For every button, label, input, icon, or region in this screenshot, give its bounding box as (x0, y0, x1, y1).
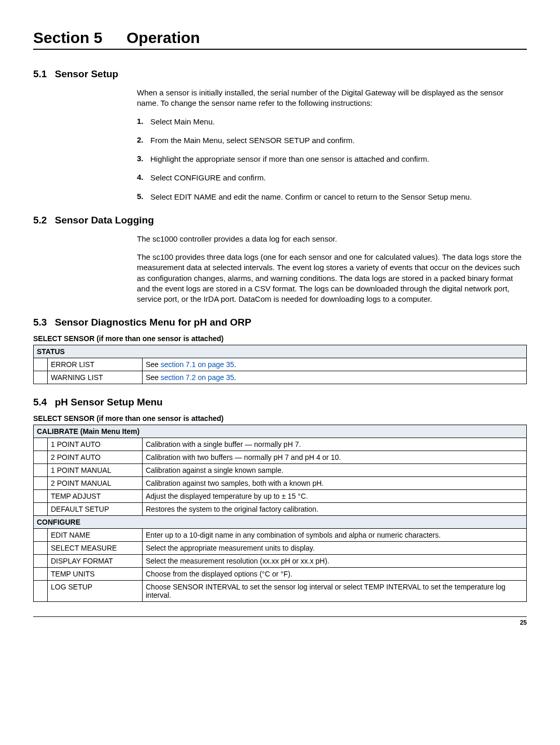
xref-link[interactable]: section 7.1 on page 35 (161, 360, 234, 369)
step-item: 3.Highlight the appropriate sensor if mo… (137, 154, 527, 164)
indent-cell (34, 371, 48, 384)
indent-cell (34, 568, 48, 581)
table-row: SELECT MEASURESelect the appropriate mea… (34, 542, 527, 555)
table-header-row: STATUS (34, 345, 527, 358)
row-name: 2 POINT MANUAL (48, 477, 143, 490)
step-text: Select CONFIGURE and confirm. (150, 173, 527, 183)
row-name: DEFAULT SETUP (48, 503, 143, 516)
para-5-2-2: The sc100 provides three data logs (one … (137, 252, 527, 304)
step-item: 4.Select CONFIGURE and confirm. (137, 173, 527, 183)
row-name: 1 POINT AUTO (48, 438, 143, 451)
row-desc: Select the appropriate measurement units… (143, 542, 527, 555)
table-header-row: CONFIGURE (34, 516, 527, 529)
table-row: LOG SETUPChoose SENSOR INTERVAL to set t… (34, 581, 527, 602)
indent-cell (34, 438, 48, 451)
row-desc: Calibration with two buffers — normally … (143, 451, 527, 464)
table-row: TEMP ADJUSTAdjust the displayed temperat… (34, 490, 527, 503)
table-row: TEMP UNITSChoose from the displayed opti… (34, 568, 527, 581)
indent-cell (34, 581, 48, 602)
status-table: STATUS ERROR LIST See section 7.1 on pag… (33, 345, 527, 384)
table-row: 2 POINT MANUALCalibration against two sa… (34, 477, 527, 490)
row-name: DISPLAY FORMAT (48, 555, 143, 568)
page-footer: 25 (33, 616, 527, 626)
row-desc: Calibration against two samples, both wi… (143, 477, 527, 490)
section-number: Section 5 (33, 29, 127, 47)
heading-text: Sensor Diagnostics Menu for pH and ORP (55, 317, 251, 328)
indent-cell (34, 358, 48, 371)
heading-text: Sensor Data Logging (55, 215, 154, 226)
section-title: Section 5Operation (33, 29, 527, 50)
step-number: 2. (137, 135, 150, 146)
row-desc: Choose from the displayed options (°C or… (143, 568, 527, 581)
row-name: LOG SETUP (48, 581, 143, 602)
indent-cell (34, 477, 48, 490)
table-row: 1 POINT MANUALCalibration against a sing… (34, 464, 527, 477)
row-desc: Select the measurement resolution (xx.xx… (143, 555, 527, 568)
heading-text: pH Sensor Setup Menu (55, 397, 163, 407)
row-name: WARNING LIST (48, 371, 143, 384)
row-name: 2 POINT AUTO (48, 451, 143, 464)
row-desc: See section 7.1 on page 35. (143, 358, 527, 371)
row-desc: Restores the system to the original fact… (143, 503, 527, 516)
steps-list: 1.Select Main Menu. 2.From the Main Menu… (137, 117, 527, 202)
intro-5-1: When a sensor is initially installed, th… (137, 88, 527, 109)
heading-5-1: 5.1 Sensor Setup (33, 68, 527, 80)
step-text: From the Main Menu, select SENSOR SETUP … (150, 135, 527, 146)
setup-table: CALIBRATE (Main Menu Item) 1 POINT AUTOC… (33, 425, 527, 602)
table-row: 1 POINT AUTOCalibration with a single bu… (34, 438, 527, 451)
step-number: 3. (137, 154, 150, 164)
row-name: ERROR LIST (48, 358, 143, 371)
heading-5-4: 5.4 pH Sensor Setup Menu (33, 397, 527, 408)
row-desc: Calibration with a single buffer — norma… (143, 438, 527, 451)
step-number: 4. (137, 173, 150, 183)
indent-cell (34, 464, 48, 477)
step-text: Highlight the appropriate sensor if more… (150, 154, 527, 164)
row-desc: Choose SENSOR INTERVAL to set the sensor… (143, 581, 527, 602)
xref-link[interactable]: section 7.2 on page 35 (161, 373, 234, 382)
row-name: TEMP ADJUST (48, 490, 143, 503)
section-name: Operation (127, 29, 200, 46)
heading-5-2: 5.2 Sensor Data Logging (33, 215, 527, 226)
row-name: SELECT MEASURE (48, 542, 143, 555)
step-item: 1.Select Main Menu. (137, 117, 527, 127)
heading-num: 5.1 (33, 68, 47, 80)
row-desc: Adjust the displayed temperature by up t… (143, 490, 527, 503)
heading-num: 5.4 (33, 397, 47, 408)
table-header-row: CALIBRATE (Main Menu Item) (34, 425, 527, 438)
table-caption-5-3: SELECT SENSOR (if more than one sensor i… (33, 334, 527, 343)
status-header-cell: STATUS (34, 345, 527, 358)
indent-cell (34, 529, 48, 542)
indent-cell (34, 555, 48, 568)
heading-num: 5.3 (33, 317, 47, 328)
row-desc: See section 7.2 on page 35. (143, 371, 527, 384)
page-number: 25 (520, 619, 527, 626)
heading-num: 5.2 (33, 215, 47, 226)
configure-header-cell: CONFIGURE (34, 516, 527, 529)
table-row: EDIT NAMEEnter up to a 10-digit name in … (34, 529, 527, 542)
row-name: 1 POINT MANUAL (48, 464, 143, 477)
row-name: EDIT NAME (48, 529, 143, 542)
indent-cell (34, 451, 48, 464)
indent-cell (34, 490, 48, 503)
row-name: TEMP UNITS (48, 568, 143, 581)
row-desc: Enter up to a 10-digit name in any combi… (143, 529, 527, 542)
step-text: Select EDIT NAME and edit the name. Conf… (150, 192, 527, 202)
table-row: WARNING LIST See section 7.2 on page 35. (34, 371, 527, 384)
step-item: 2.From the Main Menu, select SENSOR SETU… (137, 135, 527, 146)
indent-cell (34, 503, 48, 516)
para-5-2-1: The sc1000 controller provides a data lo… (137, 234, 527, 244)
row-desc: Calibration against a single known sampl… (143, 464, 527, 477)
table-row: DEFAULT SETUPRestores the system to the … (34, 503, 527, 516)
table-row: ERROR LIST See section 7.1 on page 35. (34, 358, 527, 371)
step-number: 1. (137, 117, 150, 127)
heading-text: Sensor Setup (55, 68, 118, 79)
table-caption-5-4: SELECT SENSOR (if more than one sensor i… (33, 414, 527, 423)
calibrate-header-cell: CALIBRATE (Main Menu Item) (34, 425, 527, 438)
table-row: 2 POINT AUTOCalibration with two buffers… (34, 451, 527, 464)
step-item: 5.Select EDIT NAME and edit the name. Co… (137, 192, 527, 202)
step-text: Select Main Menu. (150, 117, 527, 127)
indent-cell (34, 542, 48, 555)
heading-5-3: 5.3 Sensor Diagnostics Menu for pH and O… (33, 317, 527, 328)
table-row: DISPLAY FORMATSelect the measurement res… (34, 555, 527, 568)
step-number: 5. (137, 192, 150, 202)
